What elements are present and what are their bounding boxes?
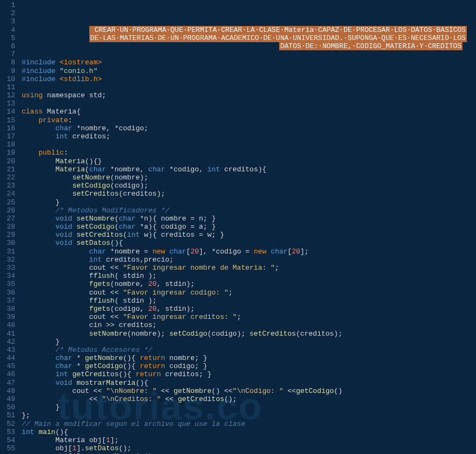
code-line[interactable]: setCreditos(creditos); — [22, 190, 474, 198]
line-number: 42 — [2, 338, 15, 346]
code-line[interactable]: /* Metodos Modificadores */ — [22, 206, 474, 215]
code-line[interactable]: fflush( stdin ); — [22, 272, 474, 280]
line-number: 43 — [2, 346, 15, 354]
code-line[interactable]: Materia obj[1]; — [22, 436, 474, 444]
code-line[interactable]: private: — [22, 116, 474, 124]
code-token: 20 — [190, 248, 199, 256]
code-line[interactable]: void setNombre(char *n){ nombre = n; } — [22, 215, 474, 223]
code-line[interactable]: int creditos,precio; — [22, 256, 474, 264]
code-line[interactable] — [22, 99, 474, 108]
code-line[interactable]: public: — [22, 149, 474, 157]
code-area[interactable]: tutorias.co CREAR·UN·PROGRAMA·QUE·PERMIT… — [19, 0, 476, 454]
code-line[interactable]: /* Metodos Accesores */ — [22, 346, 474, 354]
code-token: setCreditos — [76, 231, 123, 239]
line-number: 5 — [2, 34, 15, 42]
code-line[interactable]: } — [22, 198, 474, 206]
code-token: "Favor ingresar codigo: " — [123, 289, 228, 297]
code-line[interactable]: int main(){ — [22, 428, 474, 436]
code-token: ; — [237, 313, 241, 321]
code-token — [22, 165, 55, 173]
code-line[interactable]: // Main a modificar segun el archivo que… — [22, 420, 474, 428]
code-line[interactable]: setCodigo(codigo); — [22, 182, 474, 190]
code-token: }; — [22, 411, 30, 419]
code-token: 20 — [148, 305, 157, 313]
code-line[interactable]: void setCreditos(int w){ creditos = w; } — [22, 231, 474, 239]
code-line[interactable]: #include "conio.h" — [22, 67, 474, 75]
code-line[interactable]: Materia(){} — [22, 157, 474, 165]
code-line[interactable]: cout << "Favor ingresar creditos: "; — [22, 313, 474, 321]
code-line[interactable]: } — [22, 403, 474, 411]
code-line[interactable]: using namespace std; — [22, 91, 474, 99]
code-line[interactable]: obj[1].setDatos(); — [22, 444, 474, 452]
line-number: 1 — [2, 1, 15, 9]
code-token: (){ — [110, 239, 123, 247]
code-line[interactable]: cout << "\nNombre: " << getNombre() <<"\… — [22, 387, 474, 395]
code-line[interactable]: char *nombre = new char[20], *codigo = n… — [22, 248, 474, 256]
code-token: char — [55, 124, 72, 132]
code-token: ]; — [110, 436, 119, 444]
code-token: #include — [22, 75, 60, 83]
code-editor[interactable]: 1234567891011121314151617181920212223242… — [0, 0, 476, 454]
code-line[interactable]: void setCodigo(char *a){ codigo = a; } — [22, 223, 474, 231]
code-line[interactable] — [22, 141, 474, 149]
code-token: char — [118, 223, 135, 231]
code-token: ( stdin ); — [115, 297, 157, 305]
code-line[interactable]: char * getNombre(){ return nombre; } — [22, 354, 474, 362]
code-line[interactable] — [22, 50, 474, 58]
code-token: char — [55, 362, 72, 370]
code-token — [22, 362, 55, 370]
line-number: 51 — [2, 411, 15, 419]
code-line[interactable]: CREAR·UN·PROGRAMA·QUE·PERMITA·CREAR·LA·C… — [22, 26, 474, 34]
code-line[interactable]: cin >> creditos; — [22, 321, 474, 329]
code-line[interactable]: int getCreditos(){ return creditos; } — [22, 370, 474, 378]
code-token: cout << — [22, 264, 123, 272]
code-line[interactable]: fflush( stdin ); — [22, 297, 474, 305]
code-line[interactable]: cout << "Favor ingresar codigo: "; — [22, 289, 474, 297]
code-line[interactable]: DE·LAS·MATERIAS·DE·UN·PROGRAMA·ACADEMICO… — [22, 34, 474, 42]
code-token — [22, 124, 55, 132]
code-token: public — [38, 149, 64, 157]
code-line[interactable]: #include <iostream> — [22, 58, 474, 66]
code-line[interactable]: int creditos; — [22, 132, 474, 141]
code-line[interactable]: Materia(char *nombre, char *codigo, int … — [22, 165, 474, 173]
code-line[interactable]: } — [22, 338, 474, 346]
code-token — [22, 256, 89, 264]
code-line[interactable]: char * getCodigo(){ return codigo; } — [22, 362, 474, 370]
code-line[interactable]: cout << "Favor ingresar nombre de Materi… — [22, 264, 474, 272]
code-token: void — [55, 223, 72, 231]
code-line[interactable] — [22, 83, 474, 91]
code-token: void — [55, 231, 72, 239]
code-line[interactable]: class Materia{ — [22, 108, 474, 116]
code-token — [22, 239, 55, 247]
code-line[interactable]: void mostrarMateria(){ — [22, 379, 474, 387]
code-token: setCodigo — [76, 223, 114, 231]
code-token: (nombre); — [127, 330, 169, 338]
code-line[interactable]: DATOS·DE:·NOMBRE,·CODIGO_MATERIA·Y·CREDI… — [22, 42, 474, 50]
code-token: setCreditos — [249, 330, 296, 338]
code-token: fgets — [89, 280, 110, 288]
code-line[interactable]: char *nombre, *codigo; — [22, 124, 474, 132]
code-token: () << — [211, 387, 233, 395]
code-line[interactable]: void setDatos(){ — [22, 239, 474, 247]
code-token: w){ creditos = w; } — [140, 231, 224, 239]
line-number: 15 — [2, 116, 15, 124]
line-number: 17 — [2, 132, 15, 141]
line-number: 47 — [2, 379, 15, 387]
code-line[interactable]: fgets(nombre, 20, stdin); — [22, 280, 474, 288]
code-line[interactable]: #include <stdlib.h> — [22, 75, 474, 83]
code-line[interactable]: setNombre(nombre); — [22, 173, 474, 182]
code-line[interactable]: setNombre(nombre); setCodigo(codigo); se… — [22, 330, 474, 338]
code-token: ; — [228, 289, 233, 297]
code-line[interactable]: fgets(codigo, 20, stdin); — [22, 305, 474, 313]
code-token: DATOS·DE:·NOMBRE,·CODIGO_MATERIA·Y·CREDI… — [279, 42, 462, 50]
code-line[interactable]: << "\nCreditos: " << getCreditos(); — [22, 395, 474, 403]
code-token: setNombre — [76, 215, 114, 223]
code-token: << — [161, 395, 177, 403]
line-number: 11 — [2, 83, 15, 91]
code-line[interactable]: }; — [22, 411, 474, 419]
code-token — [22, 231, 55, 239]
code-token — [165, 248, 169, 256]
code-token — [22, 26, 89, 34]
code-token: (){} — [85, 157, 102, 165]
code-token: Materia obj[ — [22, 436, 106, 444]
